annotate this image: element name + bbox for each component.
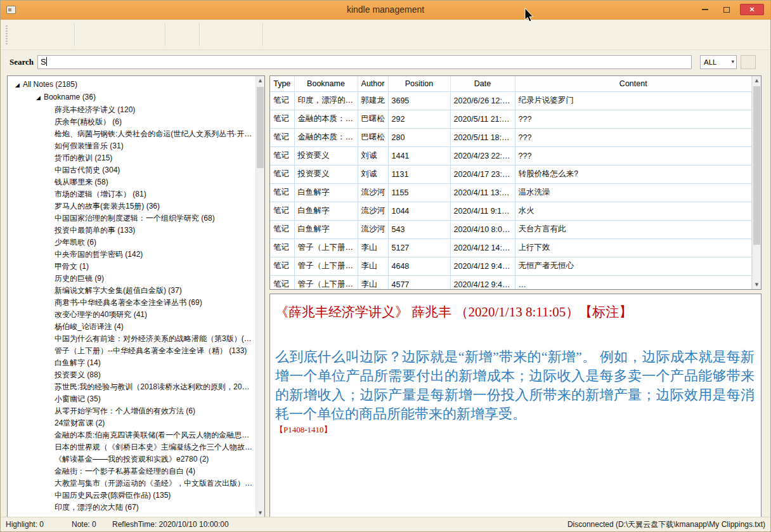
table-cell: 1155 xyxy=(388,183,450,202)
table-cell: 2020/5/11 18:… xyxy=(450,128,515,146)
table-row[interactable]: 笔记管子（上下册…李山46482020/4/12 9:4…无恒产者无恒心 xyxy=(270,257,752,275)
tree-scrollbar[interactable]: ▲ ▼ xyxy=(256,76,264,517)
table-scrollbar[interactable]: ▲ ▼ xyxy=(752,76,761,289)
scroll-down-icon[interactable]: ▼ xyxy=(256,509,264,517)
search-label: Search xyxy=(10,57,34,67)
tree-item-book[interactable]: 苏世民:我的经验与教训（2018读桥水达利欧的原则，202… xyxy=(8,381,256,393)
column-header-author[interactable]: Author xyxy=(358,76,388,91)
table-cell: 2020/4/17 23:… xyxy=(450,165,515,183)
tree-item-bookname-group[interactable]: ◢Bookname (36) xyxy=(8,91,256,104)
toolbar-grip-handle[interactable] xyxy=(6,25,8,44)
scroll-thumb[interactable] xyxy=(257,87,264,168)
tree-item-book[interactable]: 市场的逻辑（增订本） (81) xyxy=(8,188,256,200)
tree-item-book[interactable]: 《解读基金——我的投资观和实践》e2780 (2) xyxy=(8,453,256,465)
tree-item-book[interactable]: 管子（上下册）--中华经典名著全本全注全译（精） (133) xyxy=(8,345,256,357)
table-row[interactable]: 笔记投资要义刘诚11312020/4/17 23:…转股价格怎么来? xyxy=(270,165,752,183)
table-cell: 280 xyxy=(388,128,450,146)
table-cell: 笔记 xyxy=(270,275,294,289)
notes-table-body: 笔记印度，漂浮的…郭建龙36952020/6/26 12:…纪录片说婆罗门笔记金… xyxy=(270,91,752,289)
table-row[interactable]: 笔记管子（上下册…李山45772020/4/12 9:4…… xyxy=(270,275,752,289)
table-row[interactable]: 笔记印度，漂浮的…郭建龙36952020/6/26 12:…纪录片说婆罗门 xyxy=(270,91,752,110)
tree-item-book[interactable]: 金融街：一个影子私募基金经理的自白 (4) xyxy=(8,465,256,477)
toolbar-separator xyxy=(74,23,75,46)
scroll-up-icon[interactable]: ▲ xyxy=(753,76,761,85)
tree-item-book[interactable]: 罗马人的故事(套装共15册) (36) xyxy=(8,200,256,212)
table-row[interactable]: 笔记金融的本质：…巴曙松2922020/5/11 21:…??? xyxy=(270,110,752,128)
table-cell: ??? xyxy=(515,128,752,146)
tree-item-book[interactable]: 金融的本质:伯南克四讲美联储(看一个风云人物的金融思… xyxy=(8,429,256,441)
table-cell: 金融的本质：… xyxy=(294,110,358,128)
tree-item-book[interactable]: 商君书-中华经典名著全本全注全译丛书 (69) xyxy=(8,297,256,309)
table-row[interactable]: 笔记白鱼解字流沙河5432020/4/10 8:0…天台方言有此 xyxy=(270,220,752,238)
column-header-type[interactable]: Type xyxy=(270,76,294,91)
scroll-thumb[interactable] xyxy=(753,86,760,245)
table-cell: 2020/4/10 8:0… xyxy=(450,220,515,238)
table-row[interactable]: 笔记白鱼解字流沙河11552020/4/11 13:…温水洗澡 xyxy=(270,183,752,202)
tree-item-book[interactable]: 大教堂与集市（开源运动的《圣经》，中文版首次出版）… xyxy=(8,477,256,490)
scroll-up-icon[interactable]: ▲ xyxy=(256,76,264,85)
tree-item-all-notes[interactable]: ◢All Notes (2185) xyxy=(8,79,256,91)
table-cell: 流沙河 xyxy=(358,220,388,238)
tree-item-book[interactable]: 小窗幽记 (35) xyxy=(8,393,256,405)
table-cell: 4577 xyxy=(388,275,450,289)
tree-item-book[interactable]: 24堂财富课 (2) xyxy=(8,417,256,429)
table-cell: 投资要义 xyxy=(294,165,358,183)
column-header-position[interactable]: Position xyxy=(388,76,450,91)
tree-item-book[interactable]: 新编说文解字大全集(超值白金版) (37) xyxy=(8,285,256,297)
tree-item-book[interactable]: 少年凯歌 (6) xyxy=(8,237,256,249)
search-value: S xyxy=(41,57,46,67)
tree-item-label: All Notes (2185) xyxy=(23,80,77,89)
tree-item-book[interactable]: 投资要义 (88) xyxy=(8,369,256,381)
tree-item-book[interactable]: 白鱼解字 (14) xyxy=(8,357,256,369)
tree-item-book[interactable]: 中国国家治理的制度逻辑：一个组织学研究 (68) xyxy=(8,212,256,224)
tree-item-book[interactable]: 薛兆丰经济学讲义 (120) xyxy=(8,104,256,116)
tree-item-book[interactable]: 日本的世界观（《剑桥日本史》主编凝练之作三个人物故… xyxy=(8,441,256,453)
column-header-date[interactable]: Date xyxy=(450,76,515,91)
status-highlight-count: Highlight: 0 xyxy=(6,517,44,531)
table-cell: 纪录片说婆罗门 xyxy=(515,91,752,110)
notes-tree: ◢All Notes (2185) ◢Bookname (36) 薛兆丰经济学讲… xyxy=(8,76,256,517)
scroll-down-icon[interactable]: ▼ xyxy=(753,280,761,289)
table-cell: 流沙河 xyxy=(358,202,388,220)
column-header-content[interactable]: Content xyxy=(515,76,752,91)
table-row[interactable]: 笔记白鱼解字流沙河10442020/4/11 9:1…水火 xyxy=(270,202,752,220)
tree-item-book[interactable]: 中国为什么有前途：对外经济关系的战略潜能（第3版）(… xyxy=(8,333,256,345)
tree-item-book[interactable]: 枪炮、病菌与钢铁:人类社会的命运(世纪人文系列丛书·开… xyxy=(8,128,256,140)
table-cell: 印度，漂浮的… xyxy=(294,91,358,110)
tree-item-book[interactable]: 如何假装懂音乐 (31) xyxy=(8,140,256,152)
tree-item-book[interactable]: 印度，漂浮的次大陆 (67) xyxy=(8,502,256,514)
app-window: kindle management × Search S ALL ▾ ◢All … xyxy=(0,0,771,532)
table-row[interactable]: 笔记投资要义刘诚14412020/4/23 22:…??? xyxy=(270,146,752,165)
expand-arrow-icon[interactable]: ◢ xyxy=(15,82,20,88)
table-cell: 刘诚 xyxy=(358,165,388,183)
table-cell: 3695 xyxy=(388,91,450,110)
table-cell: 郭建龙 xyxy=(358,91,388,110)
filter-dropdown[interactable]: ALL ▾ xyxy=(700,55,737,69)
tree-item-book[interactable]: 中央帝国的哲学密码 (142) xyxy=(8,249,256,261)
close-button[interactable]: × xyxy=(740,4,764,15)
tree-item-book[interactable]: 改变心理学的40项研究 (41) xyxy=(8,309,256,321)
table-cell: 笔记 xyxy=(270,238,294,257)
tree-item-book[interactable]: 中国历史风云录(陈舜臣作品) (135) xyxy=(8,490,256,502)
tree-item-book[interactable]: 杨伯峻_论语译注 (4) xyxy=(8,321,256,333)
tree-item-book[interactable]: 中国古代简史 (304) xyxy=(8,164,256,176)
search-extra-button[interactable] xyxy=(741,55,756,69)
expand-arrow-icon[interactable]: ◢ xyxy=(36,94,41,101)
tree-item-book[interactable]: 甲骨文 (1) xyxy=(8,261,256,273)
table-cell: 笔记 xyxy=(270,202,294,220)
tree-item-book[interactable]: 从零开始学写作：个人增值的有效方法 (6) xyxy=(8,405,256,417)
tree-item-book[interactable]: 货币的教训 (215) xyxy=(8,152,256,164)
tree-item-book[interactable]: 历史的巨镜 (9) xyxy=(8,273,256,285)
maximize-button[interactable] xyxy=(718,4,735,15)
tree-item-book[interactable]: 钱从哪里来 (58) xyxy=(8,176,256,188)
search-input[interactable]: S xyxy=(37,55,692,69)
table-cell: 4648 xyxy=(388,257,450,275)
table-row[interactable]: 笔记管子（上下册…李山51272020/4/12 14:…上行下效 xyxy=(270,238,752,257)
table-cell: 李山 xyxy=(358,238,388,257)
table-row[interactable]: 笔记金融的本质：…巴曙松2802020/5/11 18:…??? xyxy=(270,128,752,146)
tree-item-book[interactable]: 投资中最简单的事 (133) xyxy=(8,224,256,237)
minimize-button[interactable] xyxy=(697,4,713,15)
tree-item-book[interactable]: 庆余年(精校版） (6) xyxy=(8,116,256,128)
table-cell: ??? xyxy=(515,146,752,165)
column-header-bookname[interactable]: Bookname xyxy=(294,76,358,91)
